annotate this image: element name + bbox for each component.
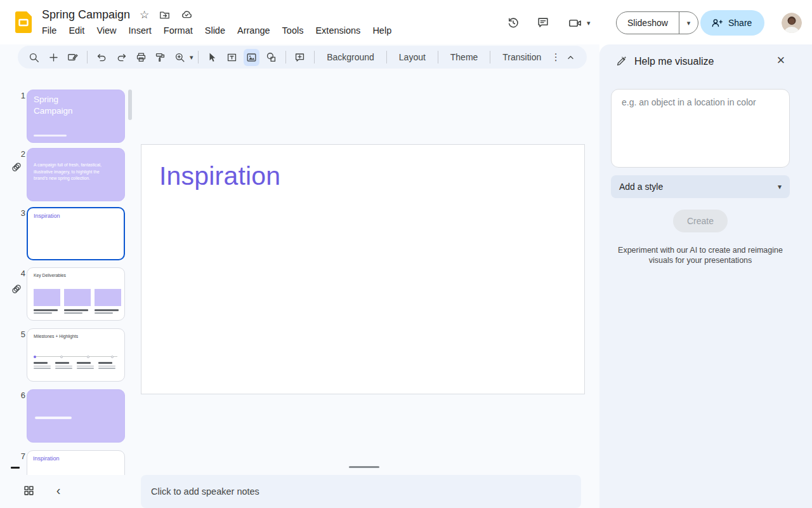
insert-shape-icon[interactable] [263, 49, 279, 66]
slide-number: 3 [16, 208, 25, 218]
more-options-icon[interactable]: ⋮ [549, 51, 563, 63]
magic-pencil-icon [615, 55, 627, 67]
slide-thumbnail-7[interactable]: Inspiration [27, 450, 125, 475]
menu-insert[interactable]: Insert [129, 25, 152, 36]
collapse-toolbar-icon[interactable] [563, 49, 579, 66]
add-style-dropdown[interactable]: Add a style ▾ [611, 175, 790, 198]
close-panel-icon[interactable]: × [773, 52, 789, 69]
new-slide-icon[interactable] [46, 49, 62, 66]
version-history-icon[interactable] [506, 16, 520, 30]
thumb-text-columns [34, 362, 116, 370]
menu-tools[interactable]: Tools [282, 25, 304, 36]
slide-canvas[interactable]: Inspiration [141, 144, 585, 394]
insert-image-icon[interactable] [244, 49, 259, 66]
slide-thumbnail-6[interactable] [27, 389, 125, 443]
comments-icon[interactable] [536, 16, 550, 30]
document-title[interactable]: Spring Campaign [42, 8, 130, 22]
thumb-title: Key Deliverables [34, 273, 66, 277]
menu-help[interactable]: Help [372, 25, 391, 36]
menu-bar: File Edit View Insert Format Slide Arran… [42, 25, 391, 36]
slide-thumbnail-4[interactable]: Key Deliverables [27, 267, 125, 321]
menu-arrange[interactable]: Arrange [237, 25, 270, 36]
toolbar-divider [438, 51, 438, 64]
document-header: Spring Campaign ☆ File Edit View Insert … [42, 6, 391, 36]
help-me-visualize-panel: Help me visualize × Add a style ▾ Create… [599, 44, 812, 508]
cloud-status-icon[interactable] [180, 8, 193, 21]
toolbar-divider [490, 51, 490, 64]
style-caret-icon: ▾ [778, 183, 782, 190]
slide-number: 7 [16, 451, 25, 461]
slide-number: 1 [16, 91, 25, 100]
menu-extensions[interactable]: Extensions [315, 25, 360, 36]
meet-presentation-button[interactable]: ▾ [568, 16, 591, 30]
print-icon[interactable] [133, 49, 149, 66]
paint-format-icon[interactable] [153, 49, 169, 66]
slide-thumbnail-2[interactable]: A campaign full of fresh, fantastical, i… [27, 148, 125, 201]
work-area: 1 Spring Campaign 2 A campaign full of f… [0, 44, 599, 508]
layout-button[interactable]: Layout [391, 52, 433, 62]
thumb-title: Milestones + Highlights [34, 334, 78, 338]
camera-icon [568, 16, 582, 30]
transition-button[interactable]: Transition [495, 52, 549, 62]
menu-edit[interactable]: Edit [69, 25, 84, 36]
text-box-icon[interactable] [224, 49, 240, 66]
search-menus-icon[interactable] [26, 49, 42, 66]
share-people-icon [710, 17, 723, 29]
panel-header: Help me visualize [615, 55, 714, 67]
thumb-title: Spring Campaign [34, 94, 92, 117]
thumb-title: Inspiration [33, 455, 60, 462]
create-button[interactable]: Create [673, 210, 728, 232]
account-avatar[interactable] [782, 13, 802, 33]
rings-indicator-icon [10, 283, 23, 295]
share-button[interactable]: Share [700, 10, 764, 36]
top-bar: Spring Campaign ☆ File Edit View Insert … [0, 0, 812, 44]
slideshow-button[interactable]: Slideshow [617, 12, 679, 34]
toolbar-divider [87, 51, 88, 64]
menu-slide[interactable]: Slide [205, 25, 225, 36]
add-comment-icon[interactable] [292, 49, 308, 66]
thumb-image-placeholders [34, 289, 121, 306]
toolbar-divider [285, 51, 286, 64]
slides-logo-icon[interactable] [15, 11, 32, 33]
slideshow-split-button: Slideshow ▾ [616, 11, 698, 34]
slide-thumbnail-1[interactable]: Spring Campaign [27, 90, 125, 143]
background-button[interactable]: Background [319, 52, 382, 62]
panel-caption: Experiment with our AI to create and rei… [617, 245, 783, 265]
slide-number: 2 [16, 149, 25, 159]
grid-view-icon[interactable] [23, 485, 35, 497]
undo-icon[interactable] [94, 49, 110, 66]
main-toolbar: ▾ Background Layout Theme Transition ⋮ [18, 46, 587, 69]
slideshow-caret-icon[interactable]: ▾ [679, 12, 698, 34]
slide-number: 5 [16, 330, 25, 339]
speaker-notes-bar[interactable]: Click to add speaker notes [141, 475, 581, 508]
filmstrip-indicator [11, 467, 20, 469]
menu-format[interactable]: Format [164, 25, 193, 36]
zoom-caret-icon[interactable]: ▾ [190, 54, 193, 61]
filmstrip-scrollbar[interactable] [128, 90, 132, 120]
star-icon[interactable]: ☆ [140, 10, 149, 20]
add-style-label: Add a style [619, 182, 663, 192]
menu-view[interactable]: View [96, 25, 116, 36]
rings-indicator-icon [10, 161, 23, 173]
templates-icon[interactable] [65, 49, 81, 66]
slide-thumbnail-5[interactable]: Milestones + Highlights [27, 328, 125, 382]
slide-title-text[interactable]: Inspiration [159, 161, 280, 191]
move-folder-icon[interactable] [159, 9, 171, 21]
select-cursor-icon[interactable] [205, 49, 221, 66]
redo-icon[interactable] [114, 49, 129, 66]
share-label: Share [728, 18, 752, 28]
theme-button[interactable]: Theme [443, 52, 486, 62]
thumb-title: Inspiration [34, 213, 60, 219]
notes-resize-handle[interactable] [349, 466, 379, 468]
visualize-prompt-input[interactable] [611, 89, 790, 168]
create-label: Create [687, 216, 714, 226]
collapse-filmstrip-icon[interactable]: ‹ [53, 483, 63, 497]
thumb-body-text: A campaign full of fresh, fantastical, i… [34, 162, 106, 182]
zoom-icon[interactable] [172, 49, 188, 66]
menu-file[interactable]: File [42, 25, 56, 36]
google-slides-app: Spring Campaign ☆ File Edit View Insert … [0, 0, 812, 508]
thumb-text-bar [35, 417, 72, 419]
camera-caret-icon[interactable]: ▾ [587, 20, 591, 27]
slide-thumbnail-3-selected[interactable]: Inspiration [27, 207, 125, 260]
filmstrip: 1 Spring Campaign 2 A campaign full of f… [0, 44, 136, 475]
